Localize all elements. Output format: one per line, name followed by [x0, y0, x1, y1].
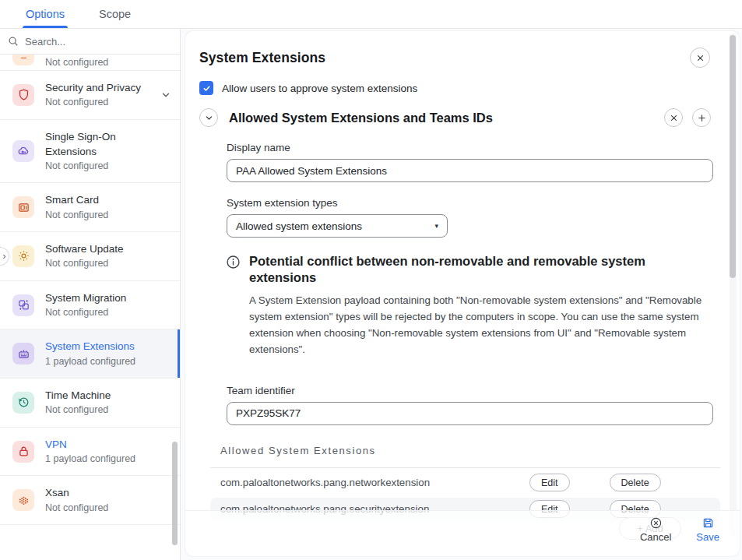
search-input[interactable]: [25, 36, 172, 48]
sidebar-item-vpn[interactable]: VPN 1 payload configured: [0, 428, 180, 477]
sidebar-item-status: Not configured: [45, 209, 171, 223]
display-name-input[interactable]: [227, 159, 713, 182]
sidebar-item-label: Security and Privacy: [45, 80, 143, 95]
top-tab-bar: Options Scope: [0, 0, 742, 29]
dropdown-arrow-icon: ▾: [434, 222, 438, 230]
approve-checkbox[interactable]: [199, 81, 213, 95]
smart-card-icon: [12, 196, 34, 218]
sidebar-item-label: System Migration: [45, 291, 143, 305]
sidebar-item-status: Not configured: [45, 257, 171, 271]
sidebar-item-partial[interactable]: Not configured: [0, 55, 180, 71]
section-header: Allowed System Extensions and Teams IDs: [185, 108, 740, 127]
system-extensions-icon: [12, 343, 34, 365]
approve-checkbox-label: Allow users to approve system extensions: [222, 83, 417, 94]
info-icon: [227, 255, 240, 357]
save-icon: [702, 517, 714, 529]
conflict-info-callout: Potential conflict between non-removable…: [227, 253, 713, 357]
sidebar-item-label: Smart Card: [45, 192, 143, 207]
save-button[interactable]: Save: [693, 516, 723, 544]
lock-icon: [12, 441, 34, 463]
sidebar-item-security-and-privacy[interactable]: Security and Privacy Not configured: [0, 71, 180, 120]
sidebar-item-status: Not configured: [45, 56, 171, 70]
sidebar-item-status: 1 payload configured: [45, 453, 171, 467]
clock-reverse-icon: [12, 392, 34, 414]
gear-icon: [12, 245, 34, 267]
tab-scope[interactable]: Scope: [99, 0, 131, 28]
sidebar-item-label: VPN: [45, 437, 143, 452]
sidebar-item-single-sign-on-extensions[interactable]: Single Sign-On Extensions Not configured: [0, 120, 180, 184]
sidebar-item-label: Xsan: [45, 485, 143, 500]
team-identifier-input[interactable]: [227, 402, 713, 425]
table-divider: [210, 467, 720, 468]
extension-types-label: System extension types: [227, 197, 713, 209]
chevron-right-icon: ›: [3, 251, 6, 262]
main-scrollbar-thumb[interactable]: [730, 35, 736, 278]
dash-icon: [12, 55, 34, 65]
payload-sidebar: Not configured Security and Privacy Not …: [0, 29, 181, 560]
selected-indicator-bar: [178, 329, 180, 378]
edit-button[interactable]: Edit: [529, 474, 570, 491]
info-body: A System Extension payload containing bo…: [249, 292, 713, 357]
check-icon: [202, 84, 211, 93]
close-payload-button[interactable]: [690, 48, 710, 68]
sidebar-item-software-update[interactable]: Software Update Not configured: [0, 232, 180, 281]
sidebar-item-label: System Extensions: [45, 339, 143, 354]
sidebar-item-system-extensions[interactable]: System Extensions 1 payload configured: [0, 329, 180, 379]
panel-header: System Extensions: [185, 31, 740, 68]
cancel-button[interactable]: Cancel: [637, 516, 674, 544]
tab-options[interactable]: Options: [26, 0, 65, 28]
sidebar-search: [0, 29, 180, 55]
sidebar-item-label: Software Update: [45, 241, 143, 256]
info-title: Potential conflict between non-removable…: [249, 253, 713, 287]
page-title: System Extensions: [199, 50, 690, 66]
shield-icon: [12, 84, 34, 106]
section-title: Allowed System Extensions and Teams IDs: [229, 111, 653, 125]
section-body: Display name System extension types Allo…: [185, 142, 740, 425]
add-section-button[interactable]: [692, 108, 711, 127]
table-row: com.paloaltonetworks.pang.networkextensi…: [210, 471, 720, 495]
table-heading: Allowed System Extensions: [220, 445, 720, 456]
approve-checkbox-row: Allow users to approve system extensions: [185, 81, 740, 95]
cloud-key-icon: [12, 140, 34, 162]
sidebar-item-status: 1 payload configured: [45, 355, 171, 369]
sidebar-item-status: Not configured: [45, 403, 171, 417]
sidebar-item-smart-card[interactable]: Smart Card Not configured: [0, 183, 180, 232]
sidebar-item-status: Not configured: [45, 306, 171, 320]
selected-option-label: Allowed system extensions: [236, 220, 362, 232]
display-name-label: Display name: [227, 142, 713, 153]
extension-types-select[interactable]: Allowed system extensions ▾: [227, 214, 448, 238]
cancel-icon: [650, 517, 662, 529]
sidebar-item-status: Not configured: [45, 160, 171, 174]
sidebar-item-status: Not configured: [45, 502, 171, 516]
sidebar-item-system-migration[interactable]: System Migration Not configured: [0, 281, 180, 330]
team-identifier-label: Team identifier: [227, 385, 713, 396]
sidebar-scrollbar-thumb[interactable]: [172, 442, 178, 545]
collapse-section-button[interactable]: [199, 108, 218, 127]
sidebar-item-label: Single Sign-On Extensions: [45, 129, 143, 159]
search-icon: [8, 36, 19, 47]
sidebar-item-xsan[interactable]: Xsan Not configured: [0, 476, 180, 525]
delete-button[interactable]: Delete: [610, 474, 661, 491]
payload-editor-panel: System Extensions Allow users to approve…: [185, 31, 740, 556]
footer-action-bar: Cancel Save: [185, 510, 740, 556]
chevron-down-icon: [161, 90, 171, 100]
sidebar-item-time-machine[interactable]: Time Machine Not configured: [0, 379, 180, 428]
sidebar-item-label: Time Machine: [45, 388, 143, 403]
xsan-dots-icon: [12, 489, 34, 511]
migration-icon: [12, 294, 34, 316]
extension-identifier: com.paloaltonetworks.pang.networkextensi…: [220, 477, 529, 488]
sidebar-item-status: Not configured: [45, 96, 150, 110]
remove-section-button[interactable]: [664, 108, 683, 127]
sidebar-list: Not configured Security and Privacy Not …: [0, 55, 180, 525]
